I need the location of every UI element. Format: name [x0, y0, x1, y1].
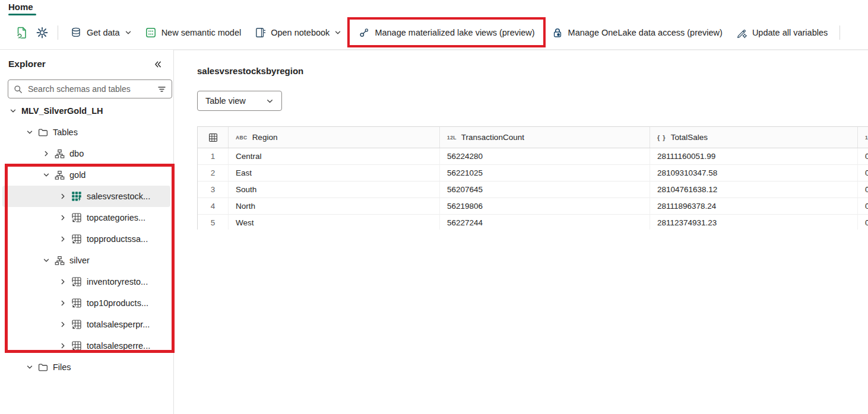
explorer-tree: MLV_SilverGold_LH Tables dbo gold	[0, 100, 173, 378]
view-table-icon	[71, 319, 82, 330]
open-notebook-button[interactable]: Open notebook	[248, 22, 348, 43]
search-box	[8, 79, 172, 98]
filter-icon[interactable]	[157, 85, 166, 94]
cell-partial: 0	[858, 148, 868, 164]
toolbar-divider	[840, 26, 840, 40]
table-row[interactable]: 3 South 56207645 28104761638.12 0	[198, 181, 868, 198]
cell-totalsales: 28111896378.24	[650, 198, 858, 214]
table-header-region[interactable]: ABC Region	[229, 127, 440, 148]
chevron-right-icon[interactable]	[43, 150, 50, 157]
tree-item-lakehouse[interactable]: MLV_SilverGold_LH	[0, 100, 173, 122]
database-icon	[70, 27, 82, 39]
collapse-panel-button[interactable]	[151, 58, 164, 71]
manage-onelake-access-button[interactable]: Manage OneLake data access (preview)	[545, 22, 729, 43]
table-row[interactable]: 5 West 56227244 28112374931.23 0	[198, 215, 868, 230]
get-data-button[interactable]: Get data	[64, 22, 138, 43]
row-number: 3	[198, 181, 229, 198]
row-number: 1	[198, 148, 229, 164]
table-header-partial[interactable]: 12L	[858, 127, 868, 148]
tree-item-files[interactable]: Files	[0, 356, 173, 378]
toolbar: Get data New semantic model Open note	[0, 16, 868, 50]
pencil-gear-icon	[736, 27, 747, 39]
tree-item-topcategories[interactable]: topcategories...	[0, 207, 173, 228]
chevron-down-icon	[266, 97, 274, 105]
tree-item-salesvsrestocksbyregion[interactable]: salesvsrestock...	[2, 186, 170, 207]
toolbar-divider	[58, 26, 58, 40]
chevron-right-icon[interactable]	[59, 278, 66, 285]
chevron-right-icon[interactable]	[59, 300, 66, 307]
tree-item-inventoryresto[interactable]: inventoryresto...	[0, 271, 173, 292]
cell-region: West	[229, 215, 440, 230]
chevron-down-icon[interactable]	[43, 171, 50, 179]
cell-totalsales: 28104761638.12	[650, 181, 858, 198]
chevron-right-icon[interactable]	[59, 342, 66, 349]
page-title: salesvsrestocksbyregion	[197, 66, 303, 76]
schema-icon	[55, 149, 65, 159]
chevron-down-icon[interactable]	[9, 107, 17, 114]
folder-icon	[38, 362, 48, 372]
tree-item-tables[interactable]: Tables	[0, 122, 173, 143]
chevron-down-icon[interactable]	[26, 364, 33, 371]
settings-button[interactable]	[32, 23, 52, 43]
table-header-totalsales[interactable]: { } TotalSales	[650, 127, 858, 148]
row-number: 5	[198, 215, 229, 230]
chevron-right-icon[interactable]	[59, 214, 66, 221]
view-selector-dropdown[interactable]: Table view	[197, 91, 282, 111]
tree-item-totalsalesperre[interactable]: totalsalesperre...	[0, 335, 173, 356]
table-header-transactioncount[interactable]: 12L TransactionCount	[440, 127, 650, 148]
view-table-icon	[71, 340, 82, 351]
chevron-right-icon[interactable]	[59, 321, 66, 328]
cell-totalsales: 28112374931.23	[650, 215, 858, 230]
materialized-view-icon	[71, 191, 82, 202]
tab-bar: Home	[0, 0, 868, 16]
tab-home[interactable]: Home	[8, 2, 33, 12]
new-semantic-model-label: New semantic model	[161, 28, 242, 37]
table-header-row: ABC Region 12L TransactionCount { } Tota…	[198, 127, 868, 148]
search-input[interactable]	[27, 84, 153, 94]
cell-totalsales: 28111160051.99	[650, 148, 858, 164]
cell-partial: 0	[858, 215, 868, 230]
update-variables-label: Update all variables	[752, 28, 828, 37]
tree-item-schema-dbo[interactable]: dbo	[0, 143, 173, 164]
manage-mlv-label: Manage materialized lake views (preview)	[375, 28, 534, 37]
cell-totalsales: 28109310347.58	[650, 165, 858, 181]
tab-home-underline	[8, 14, 36, 15]
row-number: 2	[198, 165, 229, 181]
row-number: 4	[198, 198, 229, 214]
table-row[interactable]: 2 East 56221025 28109310347.58 0	[198, 165, 868, 181]
explorer-panel: Explorer MLV_SilverGold_LH Tables	[0, 50, 174, 414]
chevron-down-icon[interactable]	[26, 129, 33, 136]
refresh-file-button[interactable]	[12, 23, 32, 43]
cell-transactioncount: 56224280	[440, 148, 650, 164]
table-grid-icon	[208, 133, 218, 142]
folder-icon	[38, 128, 48, 138]
chevron-right-icon[interactable]	[59, 235, 66, 243]
cell-transactioncount: 56207645	[440, 181, 650, 198]
table-row[interactable]: 4 North 56219806 28111896378.24 0	[198, 198, 868, 215]
tree-item-schema-silver[interactable]: silver	[0, 250, 173, 271]
new-semantic-model-button[interactable]: New semantic model	[138, 22, 248, 43]
cell-region: Central	[229, 148, 440, 164]
gear-icon	[36, 26, 49, 39]
manage-mlv-wrapper: Manage materialized lake views (preview)	[351, 22, 541, 43]
data-table: ABC Region 12L TransactionCount { } Tota…	[197, 126, 868, 230]
table-row[interactable]: 1 Central 56224280 28111160051.99 0	[198, 148, 868, 165]
cell-region: North	[229, 198, 440, 214]
text-type-icon: ABC	[236, 135, 248, 141]
update-all-variables-button[interactable]: Update all variables	[729, 22, 834, 43]
chevron-down-icon[interactable]	[43, 257, 50, 264]
tree-item-topproductssa[interactable]: topproductssa...	[0, 228, 173, 250]
manage-onelake-label: Manage OneLake data access (preview)	[568, 28, 723, 37]
view-table-icon	[71, 276, 82, 287]
schema-icon	[55, 170, 65, 180]
cell-partial: 0	[858, 198, 868, 214]
view-table-icon	[71, 212, 82, 223]
double-chevron-left-icon	[153, 60, 162, 69]
chevron-right-icon[interactable]	[59, 193, 66, 200]
tree-item-schema-gold[interactable]: gold	[0, 164, 173, 186]
manage-materialized-lake-views-button[interactable]: Manage materialized lake views (preview)	[351, 22, 541, 43]
tree-item-totalsalesperpr[interactable]: totalsalesperpr...	[0, 314, 173, 335]
notebook-icon	[254, 27, 266, 39]
get-data-label: Get data	[87, 28, 120, 37]
tree-item-top10products[interactable]: top10products...	[0, 292, 173, 314]
